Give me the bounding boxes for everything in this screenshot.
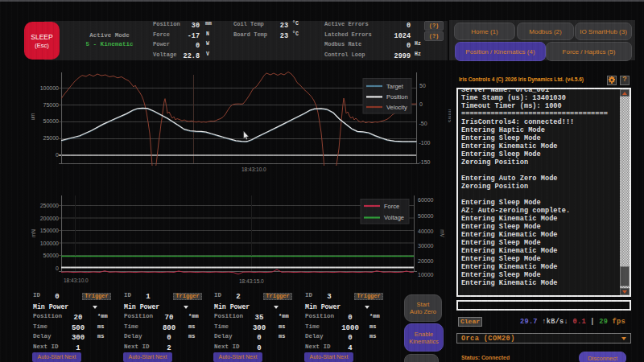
- svg-text:30000: 30000: [418, 243, 434, 249]
- svg-text:Force: Force: [384, 203, 399, 210]
- svg-text:mV: mV: [440, 229, 445, 237]
- svg-text:250000: 250000: [40, 203, 59, 208]
- svg-text:60000: 60000: [418, 197, 434, 203]
- svg-text:um: um: [30, 113, 35, 120]
- svg-text:20000: 20000: [418, 258, 434, 264]
- svg-text:50000: 50000: [418, 213, 434, 219]
- svg-text:Position: Position: [386, 93, 408, 101]
- svg-text:200000: 200000: [40, 216, 59, 221]
- svg-text:50000: 50000: [43, 253, 60, 258]
- svg-text:18:43:15.0: 18:43:15.0: [239, 278, 264, 284]
- svg-text:mm/s: mm/s: [448, 109, 451, 123]
- svg-text:0: 0: [419, 101, 423, 107]
- svg-text:-50: -50: [419, 121, 427, 126]
- svg-text:50: 50: [419, 83, 426, 88]
- svg-text:75000: 75000: [43, 102, 60, 108]
- svg-text:100000: 100000: [40, 85, 59, 91]
- svg-text:Voltage: Voltage: [384, 214, 404, 221]
- svg-text:Target: Target: [386, 83, 404, 90]
- svg-text:25000: 25000: [43, 135, 60, 141]
- svg-text:100000: 100000: [40, 241, 59, 246]
- svg-text:0: 0: [56, 152, 59, 158]
- svg-text:18:43:10.0: 18:43:10.0: [64, 278, 89, 283]
- svg-text:Velocity: Velocity: [386, 104, 407, 111]
- svg-text:10000: 10000: [418, 272, 434, 278]
- svg-text:150000: 150000: [40, 228, 59, 233]
- svg-text:0: 0: [56, 265, 59, 271]
- svg-text:18:43:10.0: 18:43:10.0: [242, 167, 266, 172]
- svg-text:-100: -100: [419, 140, 431, 146]
- svg-text:50000: 50000: [43, 118, 60, 124]
- svg-text:-150: -150: [419, 159, 431, 165]
- svg-text:mN: mN: [31, 229, 36, 237]
- svg-text:40000: 40000: [418, 228, 434, 234]
